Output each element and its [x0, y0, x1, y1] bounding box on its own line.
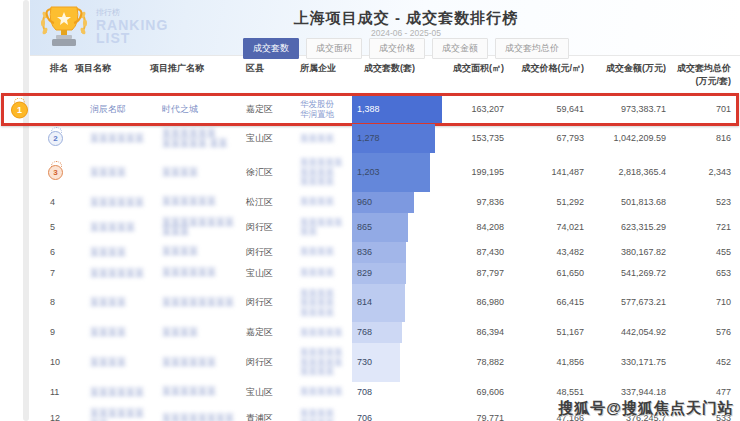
company-cell[interactable]: 某某某某某 [292, 323, 352, 343]
column-header: 成交套数(套) [352, 62, 442, 88]
area-cell: 97,836 [442, 192, 510, 213]
project-name-link[interactable]: 某某某某 [73, 242, 148, 263]
company-cell[interactable]: 某某某某某某某某某某某某某 [292, 153, 352, 192]
promotion-name-cell[interactable]: 某某某某某某 [148, 263, 240, 283]
price-cell: 51,167 [510, 322, 588, 343]
left-scrollbar[interactable] [23, 0, 29, 421]
company-cell[interactable]: 某某某某某某某某 [292, 404, 352, 421]
company-cell[interactable]: 华发股份华润置地 [292, 95, 352, 124]
column-header: 成交价格(元/㎡) [510, 62, 588, 88]
promotion-name-cell[interactable]: 某某某某某某某某 [148, 409, 240, 421]
tab-deal-units[interactable]: 成交套数 [243, 38, 299, 59]
company-cell[interactable]: 某某某某 [292, 263, 352, 283]
avg-total-cell: 710 [670, 292, 735, 313]
tab-deal-area[interactable]: 成交面积 [306, 38, 362, 59]
rank-cell [30, 105, 73, 115]
ranking-table: 排名项目名称项目推广名称区县所属企业成交套数(套)成交面积(㎡)成交价格(元/㎡… [30, 62, 735, 421]
area-cell: 163,207 [442, 99, 510, 120]
project-name-link[interactable]: 某某某某某某 [73, 192, 148, 213]
company-cell[interactable]: 某某某某某某某某某某某某某某 [292, 343, 352, 382]
rank-cell: 10 [30, 352, 73, 373]
table-body: 润辰名邸 时代之城 嘉定区 华发股份华润置地 1,388 163,207 59,… [30, 95, 735, 421]
table-row[interactable]: 4 某某某某某某 某某某某某某 松江区 某某某某 960 97,836 51,2… [30, 192, 735, 213]
district-cell: 宝山区 [240, 263, 292, 284]
units-bar-cell: 1,388 [352, 95, 442, 124]
project-name-link[interactable]: 某某某某某某 [73, 382, 148, 403]
table-row[interactable]: 润辰名邸 时代之城 嘉定区 华发股份华润置地 1,388 163,207 59,… [30, 95, 735, 124]
page: 排行榜 RANKING LIST 上海项目成交 - 成交套数排行榜 2024-0… [0, 0, 740, 421]
project-name-link[interactable]: 某某某某某 [73, 217, 148, 238]
area-cell: 199,195 [442, 162, 510, 183]
units-bar-cell: 768 [352, 322, 442, 343]
units-value: 865 [352, 222, 372, 233]
company-cell[interactable]: 某某某某某某某 [292, 213, 352, 242]
tab-deal-amount[interactable]: 成交金额 [432, 38, 488, 59]
promotion-name-cell[interactable]: 某某某某 [148, 163, 240, 183]
district-cell: 闵行区 [240, 352, 292, 373]
company-cell[interactable]: 某某某某某某某某某某某某 [292, 284, 352, 323]
project-name-link[interactable]: 某某某某 [73, 292, 148, 313]
tab-deal-price[interactable]: 成交价格 [369, 38, 425, 59]
promotion-name-cell[interactable]: 某某某某某某 [148, 353, 240, 373]
avg-total-cell: 653 [670, 263, 735, 284]
promotion-name-cell[interactable]: 某某某某某某 [148, 192, 240, 212]
table-row[interactable]: 3 某某某某 某某某某 徐汇区 某某某某某某某某某某某某某 1,203 199,… [30, 153, 735, 192]
company-cell[interactable]: 某某某某 [292, 192, 352, 212]
silver-medal-icon: 2 [48, 131, 63, 146]
company-cell[interactable]: 某某某某 [292, 129, 352, 149]
table-row[interactable]: 7 某某某某某某 某某某某某某 宝山区 某某某某 829 87,797 61,6… [30, 263, 735, 284]
promotion-name-cell[interactable]: 某某某某某某某某 [148, 293, 240, 313]
table-row[interactable]: 10 某某某某 某某某某某某 闵行区 某某某某某某某某某某某某某某 730 78… [30, 343, 735, 382]
gold-medal-icon: 1 [11, 101, 28, 118]
district-cell: 闵行区 [240, 242, 292, 263]
table-row[interactable]: 9 某某某某 某某某某 嘉定区 某某某某某 768 86,394 51,167 … [30, 322, 735, 343]
column-header: 项目名称 [73, 62, 148, 88]
rank-cell: 8 [30, 292, 73, 313]
area-cell: 87,430 [442, 242, 510, 263]
date-range: 2024-06 - 2025-05 [371, 28, 441, 38]
price-cell: 43,482 [510, 242, 588, 263]
metric-tabs: 成交套数成交面积成交价格成交金额成交套均总价 [243, 38, 569, 59]
units-value: 1,278 [352, 133, 380, 144]
units-bar-cell: 865 [352, 213, 442, 242]
watermark-text: 搜狐号@搜狐焦点天门站 [558, 399, 734, 418]
units-bar-cell: 730 [352, 343, 442, 382]
units-bar-cell: 706 [352, 403, 442, 421]
price-cell: 66,415 [510, 292, 588, 313]
table-row[interactable]: 8 某某某某 某某某某某某某某 闵行区 某某某某某某某某某某某某 814 86,… [30, 284, 735, 323]
promotion-name-cell[interactable]: 时代之城 [148, 100, 240, 120]
amount-cell: 501,813.68 [588, 192, 670, 213]
district-cell: 闵行区 [240, 217, 292, 238]
project-name-link[interactable]: 某某某某某某 [73, 263, 148, 284]
area-cell: 79,771 [442, 408, 510, 421]
promotion-name-cell[interactable]: 某某某某某某 [148, 382, 240, 402]
avg-total-cell: 701 [670, 99, 735, 120]
project-name-link[interactable]: 某某某某 [73, 162, 148, 183]
price-cell: 61,650 [510, 263, 588, 284]
promotion-name-cell[interactable]: 某某某某 [148, 242, 240, 262]
table-row[interactable]: 6 某某某某 某某某某 闵行区 某某某某 836 87,430 43,482 3… [30, 242, 735, 263]
rank-cell: 9 [30, 322, 73, 343]
project-name-link[interactable]: 某某某某 [73, 322, 148, 343]
rank-cell: 12 [30, 408, 73, 421]
avg-total-cell: 523 [670, 192, 735, 213]
amount-cell: 623,315.29 [588, 217, 670, 238]
table-row[interactable]: 5 某某某某某 某某某某某某某某某某某 闵行区 某某某某某某某 865 84,2… [30, 213, 735, 242]
tab-deal-avg-total[interactable]: 成交套均总价 [495, 38, 569, 59]
ranking-logo: 排行榜 RANKING LIST [38, 3, 168, 51]
project-name-link[interactable]: 某某某某某某某某 [73, 403, 148, 421]
company-cell[interactable]: 某某某某 [292, 242, 352, 262]
project-name-link[interactable]: 某某某某 [73, 352, 148, 373]
promotion-name-cell[interactable]: 某某某某 [148, 323, 240, 343]
table-row[interactable]: 2 某某某某某某 某某某某某某某某某某某 某某 宝山区 某某某某 1,278 1… [30, 124, 735, 153]
promotion-name-cell[interactable]: 某某某某某某某某某某某 某某 [148, 124, 240, 153]
column-header: 所属企业 [292, 62, 352, 88]
units-bar-cell: 814 [352, 284, 442, 323]
project-name-link[interactable]: 某某某某某某 [73, 128, 148, 149]
column-header: 排名 [30, 62, 73, 88]
area-cell: 153,735 [442, 128, 510, 149]
company-cell[interactable]: 某某某某某 [292, 382, 352, 402]
units-bar-cell: 1,278 [352, 124, 442, 153]
project-name-link[interactable]: 润辰名邸 [73, 99, 148, 120]
promotion-name-cell[interactable]: 某某某某某某某某某某某 [148, 213, 240, 242]
